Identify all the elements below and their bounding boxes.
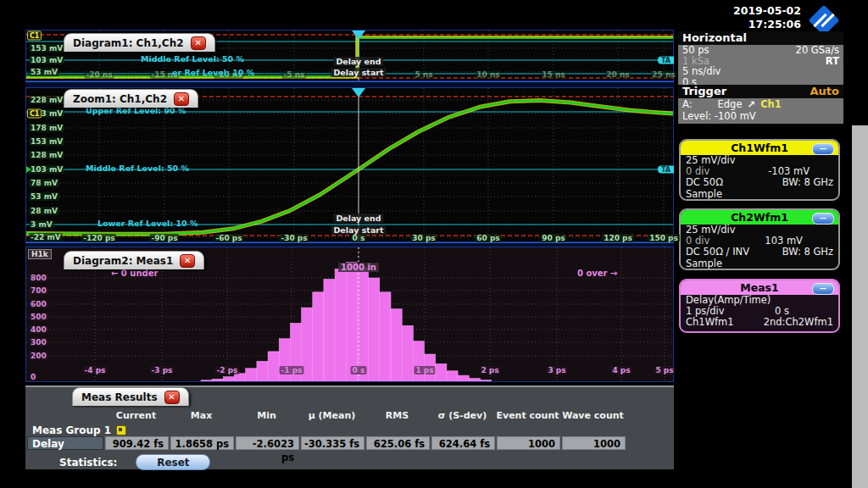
x-tick-label: -30 ps [279, 234, 309, 242]
close-icon[interactable]: ✕ [180, 254, 195, 268]
x-tick-label: 60 ps [475, 234, 501, 242]
result-value-cell: 1.8658 ps [170, 436, 234, 450]
ch2-mode: Sample [686, 258, 722, 269]
side-toolbar-strip [852, 125, 868, 488]
tab-zoom1-label: Zoom1: Ch1,Ch2 [73, 93, 167, 105]
result-value-cell: -30.335 fs [301, 436, 364, 450]
underflow-count-label: ← 0 under [111, 269, 158, 278]
hist-x-tick-label: 4 ps [610, 366, 632, 374]
meas1-source: Ch1Wfm1 [686, 317, 734, 328]
hist-y-tick-label: 300 [29, 338, 48, 347]
tab-meas-results-label: Meas Results [81, 391, 158, 403]
delay-marker-label: Delay end [333, 57, 383, 66]
close-icon[interactable]: ✕ [191, 36, 206, 50]
delay-marker-label: Delay start [331, 225, 386, 235]
x-tick-label: 120 ps [602, 234, 634, 242]
results-column-header: Current [103, 410, 169, 422]
x-tick-label: 10 ns [475, 70, 501, 79]
y-tick-label: 28 mV [29, 207, 59, 215]
trigger-type: Edge [718, 98, 743, 110]
result-value-cell: 624.64 fs [431, 436, 495, 450]
c1-channel-badge: C1 [27, 109, 42, 119]
results-column-header: Wave count [560, 410, 626, 422]
hist-y-tick-label: 600 [29, 300, 48, 308]
results-column-header: Max [169, 410, 234, 422]
tab-diagram1[interactable]: Diagram1: Ch1,Ch2 ✕ [64, 33, 215, 52]
y-tick-label: 53 mV [29, 68, 59, 76]
x-tick-label: 15 ns [540, 70, 566, 79]
hist-x-tick-label: 2 ps [479, 366, 500, 374]
zoom1-plot[interactable]: 228 mV203 mV178 mV153 mV128 mV103 mV78 m… [25, 87, 674, 242]
trigger-source-prefix: A: [682, 98, 693, 110]
trigger-mode: Auto [810, 85, 839, 98]
close-icon[interactable]: ✕ [174, 92, 189, 106]
ch1-coupling: DC 50Ω [686, 177, 723, 188]
results-header-row: CurrentMaxMinμ (Mean)RMSσ (S-dev)Event c… [25, 410, 674, 422]
y-tick-label: 103 mV [29, 56, 64, 64]
horizontal-panel[interactable]: Horizontal 50 ps 20 GSa/s 1 kSa RT 5 ns/… [678, 31, 843, 85]
trigger-title: Trigger [682, 85, 726, 98]
trigger-panel[interactable]: Trigger Auto A: Edge ↗ Ch1 Level: -100 m… [678, 85, 843, 124]
statistics-label: Statistics: [59, 457, 117, 469]
y-tick-label: 153 mV [29, 137, 64, 146]
x-tick-label: 25 ns [650, 70, 676, 79]
hist-x-tick-label: 0 s [351, 366, 367, 374]
tab-zoom1[interactable]: Zoom1: Ch1,Ch2 ✕ [64, 89, 198, 108]
overflow-count-label: 0 over → [577, 269, 617, 278]
results-column-header: Event count [495, 410, 560, 422]
meas-group-label: Meas Group 1 [32, 424, 111, 436]
minimize-icon[interactable]: — [812, 143, 834, 155]
ch1wfm1-title: Ch1Wfm1 [731, 141, 788, 154]
c1-channel-badge: C1 [27, 31, 42, 41]
x-tick-label: 150 ps [648, 234, 680, 242]
meas1-source2: 2nd:Ch2Wfm1 [764, 317, 833, 328]
y-tick-label: 53 mV [29, 192, 59, 201]
tab-diagram2[interactable]: Diagram2: Meas1 ✕ [64, 251, 204, 269]
results-column-header: RMS [364, 410, 430, 422]
results-column-header: Min [234, 410, 299, 422]
ch2-bandwidth: BW: 8 GHz [782, 247, 833, 258]
tab-diagram2-label: Diagram2: Meas1 [73, 255, 173, 267]
ref-level-label: Upper Ref Level: 90 % [86, 106, 186, 115]
horizontal-scale: 5 ns/div [682, 66, 721, 77]
y-tick-label: 228 mV [29, 96, 64, 104]
hist-x-tick-label: 5 ps [654, 366, 675, 374]
table-row-delay: Delay909.42 fs1.8658 ps-2.6023 ps-30.335… [25, 436, 626, 450]
minimize-icon[interactable]: — [812, 213, 834, 225]
close-icon[interactable]: ✕ [164, 391, 180, 404]
x-tick-label: 90 ps [540, 234, 566, 242]
tab-meas-results[interactable]: Meas Results ✕ [72, 387, 189, 406]
hist-y-tick-label: 500 [29, 313, 48, 321]
x-tick-label: 20 ns [604, 70, 631, 79]
hist-y-tick-label: 800 [29, 274, 48, 282]
result-value-cell: 625.06 fs [366, 436, 430, 450]
x-tick-label: -5 ns [282, 70, 307, 79]
hist-x-tick-label: 1 ps [414, 366, 435, 374]
hist-y-tick-label: 700 [29, 286, 48, 295]
y-tick-label: -22 mV [29, 233, 63, 241]
horizontal-resolution: 50 ps [682, 45, 709, 56]
signal-box-ch1wfm1[interactable]: Ch1Wfm1 — 25 mV/div 0 div -103 mV DC 50Ω… [679, 139, 840, 201]
hist-x-tick-label: -2 ps [215, 366, 240, 374]
trigger-a-level-marker: TA [658, 166, 674, 174]
hist-y-tick-label: 400 [29, 325, 48, 334]
x-tick-label: 0 s [351, 234, 367, 242]
ch2-coupling: DC 50Ω / INV [686, 247, 749, 258]
reset-button[interactable]: Reset [136, 454, 210, 470]
minimize-icon[interactable]: — [812, 283, 834, 295]
histogram-scale-badge: H1k [28, 249, 52, 259]
y-tick-label: 178 mV [29, 124, 64, 132]
hist-x-tick-label: -1 ps [280, 366, 304, 374]
y-tick-label: 128 mV [29, 151, 64, 159]
trigger-a-level-marker: TA [658, 57, 674, 64]
x-tick-label: 5 ns [413, 70, 434, 79]
y-tick-label: 78 mV [29, 179, 59, 187]
result-value-cell: 1000 [562, 436, 626, 450]
ref-level-label: Lower Ref Level: 10 % [97, 219, 198, 228]
x-tick-label: -20 ns [84, 70, 114, 79]
signal-box-meas1[interactable]: Meas1 — Delay(Amp/Time) 1 ps/div 0 s Ch1… [679, 279, 840, 333]
result-row-label: Delay [27, 436, 103, 450]
signal-box-ch2wfm1[interactable]: Ch2Wfm1 — 25 mV/div 0 div 103 mV DC 50Ω … [679, 208, 840, 270]
rising-edge-icon: ↗ [748, 98, 756, 110]
meas-group-source-icon [116, 425, 126, 435]
